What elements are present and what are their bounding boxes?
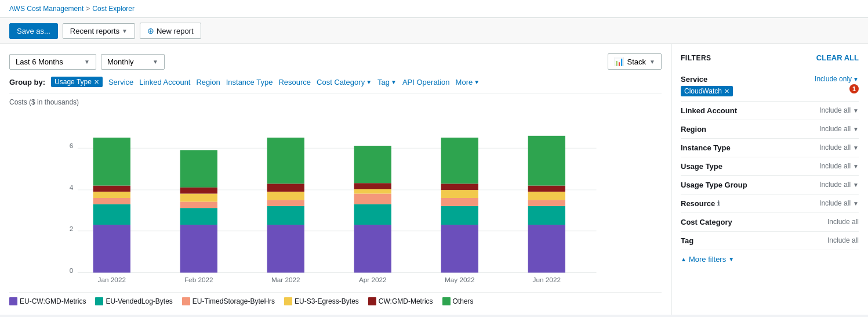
- svg-rect-36: [441, 225, 478, 273]
- granularity-dropdown[interactable]: Monthly ▼: [101, 54, 165, 70]
- svg-rect-24: [267, 200, 304, 206]
- linked-account-control[interactable]: Include all ▼: [819, 106, 859, 114]
- tag-label: Tag: [681, 236, 693, 245]
- legend-color-eu-timed: [182, 297, 190, 305]
- svg-rect-13: [93, 138, 130, 185]
- group-by-row: Group by: Usage Type ✕ Service Linked Ac…: [9, 77, 662, 93]
- clear-all-button[interactable]: CLEAR ALL: [816, 53, 859, 62]
- breadcrumb-sep: >: [86, 5, 90, 13]
- include-only-control[interactable]: Include only ▼: [815, 75, 859, 83]
- filters-title: FILTERS: [681, 54, 711, 62]
- svg-rect-16: [180, 208, 217, 225]
- controls-row: Last 6 Months ▼ Monthly ▼ 📊 Stack ▼: [9, 53, 662, 70]
- save-as-button[interactable]: Save as...: [9, 23, 58, 39]
- group-by-tag[interactable]: Tag ▼: [377, 78, 397, 87]
- svg-text:4: 4: [70, 183, 74, 191]
- chart-title: Costs ($ in thousands): [9, 98, 662, 106]
- legend-label-eu-vended: EU-VendedLog-Bytes: [106, 297, 172, 305]
- legend-label-eu-timed: EU-TimedStorage-ByteHrs: [193, 297, 275, 305]
- legend-label-eu-s3: EU-S3-Egress-Bytes: [295, 297, 359, 305]
- filter-cost-category: Cost Category Include all: [681, 213, 859, 232]
- main-layout: Last 6 Months ▼ Monthly ▼ 📊 Stack ▼ Grou…: [0, 44, 868, 315]
- usage-type-chip[interactable]: Usage Type ✕: [51, 77, 103, 87]
- legend-label-cw-gmd: CW:GMD-Metrics: [379, 297, 433, 305]
- chart-container: 0 2 4 6 Jan 2022: [9, 111, 662, 285]
- filters-header: FILTERS CLEAR ALL: [681, 53, 859, 62]
- chevron-down-icon: ▼: [853, 200, 859, 207]
- group-by-linked-account[interactable]: Linked Account: [139, 78, 190, 87]
- granularity-label: Monthly: [107, 57, 134, 66]
- svg-text:Jun 2022: Jun 2022: [533, 276, 561, 283]
- svg-text:2: 2: [70, 225, 74, 232]
- group-by-service[interactable]: Service: [108, 78, 133, 87]
- legend-label-others: Others: [453, 297, 474, 305]
- svg-rect-47: [528, 186, 565, 192]
- group-by-api-operation[interactable]: API Operation: [402, 78, 450, 87]
- svg-text:6: 6: [70, 142, 74, 149]
- group-by-label: Group by:: [9, 78, 45, 87]
- resource-control[interactable]: Include all ▼: [819, 199, 859, 207]
- legend-eu-vended: EU-VendedLog-Bytes: [95, 297, 172, 305]
- close-icon[interactable]: ✕: [94, 78, 99, 86]
- bar-chart-icon: 📊: [614, 57, 624, 66]
- chevron-down-icon: ▼: [474, 79, 480, 85]
- svg-rect-45: [528, 200, 565, 206]
- stack-label: Stack: [627, 57, 647, 66]
- close-icon[interactable]: ✕: [724, 88, 729, 95]
- group-by-region[interactable]: Region: [196, 78, 220, 87]
- plus-icon: ⊕: [147, 26, 154, 35]
- chevron-down-icon: ▼: [649, 59, 655, 65]
- svg-rect-38: [441, 198, 478, 206]
- info-icon: ℹ: [717, 200, 720, 207]
- breadcrumb-parent[interactable]: AWS Cost Management: [9, 5, 83, 13]
- svg-rect-11: [93, 192, 130, 198]
- cloudwatch-chip[interactable]: CloudWatch ✕: [681, 86, 733, 96]
- cost-category-control[interactable]: Include all: [827, 218, 859, 226]
- legend-color-eu-cw-gmd: [9, 297, 17, 305]
- chevron-down-icon: ▼: [853, 145, 859, 151]
- date-range-dropdown[interactable]: Last 6 Months ▼: [9, 54, 96, 70]
- svg-rect-9: [93, 204, 130, 225]
- region-control[interactable]: Include all ▼: [819, 125, 859, 133]
- tag-control[interactable]: Include all: [827, 236, 859, 244]
- usage-type-control[interactable]: Include all ▼: [819, 162, 859, 170]
- svg-rect-44: [528, 206, 565, 225]
- svg-rect-25: [267, 192, 304, 200]
- chevron-down-icon: ▼: [728, 256, 734, 262]
- cost-category-label: Cost Category: [681, 218, 732, 226]
- legend-eu-timed: EU-TimedStorage-ByteHrs: [182, 297, 275, 305]
- filter-usage-type: Usage Type Include all ▼: [681, 157, 859, 176]
- service-filter-label: Service: [681, 75, 733, 84]
- service-badge: 1: [849, 84, 859, 93]
- legend-color-eu-s3: [284, 297, 292, 305]
- svg-rect-17: [180, 201, 217, 208]
- svg-text:Jan 2022: Jan 2022: [98, 276, 126, 283]
- svg-rect-41: [441, 138, 478, 183]
- svg-rect-20: [180, 150, 217, 188]
- group-by-more[interactable]: More ▼: [456, 78, 480, 87]
- usage-type-group-label: Usage Type Group: [681, 181, 747, 189]
- group-by-cost-category[interactable]: Cost Category ▼: [317, 78, 372, 87]
- svg-rect-23: [267, 206, 304, 225]
- breadcrumb: AWS Cost Management > Cost Explorer: [9, 5, 135, 13]
- toolbar: Save as... Recent reports ▼ ⊕ New report: [0, 18, 868, 44]
- stack-button[interactable]: 📊 Stack ▼: [608, 53, 662, 70]
- usage-type-group-control[interactable]: Include all ▼: [819, 181, 859, 189]
- legend-eu-s3: EU-S3-Egress-Bytes: [284, 297, 359, 305]
- filter-resource: Resource ℹ Include all ▼: [681, 194, 859, 213]
- svg-rect-32: [354, 189, 391, 194]
- svg-rect-10: [93, 198, 130, 204]
- group-by-instance-type[interactable]: Instance Type: [226, 78, 273, 87]
- instance-type-control[interactable]: Include all ▼: [819, 143, 859, 152]
- group-by-resource[interactable]: Resource: [278, 78, 311, 87]
- svg-text:Mar 2022: Mar 2022: [271, 276, 300, 283]
- chart-area: Last 6 Months ▼ Monthly ▼ 📊 Stack ▼ Grou…: [0, 44, 671, 315]
- svg-text:May 2022: May 2022: [445, 276, 475, 283]
- more-filters-button[interactable]: ▲ More filters ▼: [681, 250, 859, 264]
- chevron-up-icon: ▲: [681, 256, 687, 262]
- svg-text:Feb 2022: Feb 2022: [184, 276, 213, 283]
- filter-instance-type: Instance Type Include all ▼: [681, 139, 859, 157]
- recent-reports-button[interactable]: Recent reports ▼: [63, 23, 135, 39]
- new-report-button[interactable]: ⊕ New report: [140, 23, 201, 39]
- svg-rect-31: [354, 194, 391, 204]
